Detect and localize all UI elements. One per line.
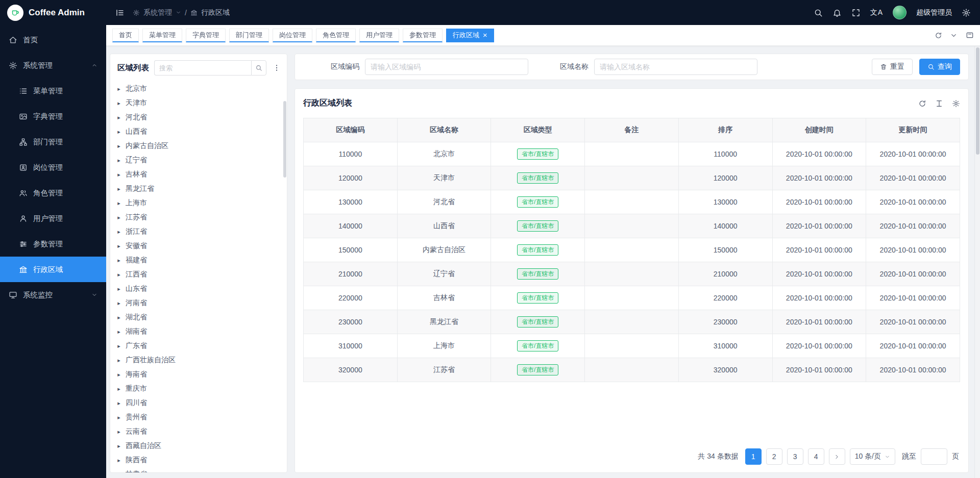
page-size-select[interactable]: 10 条/页 <box>850 448 895 465</box>
tree-item[interactable]: ▸ 湖南省 <box>116 324 283 339</box>
tree-item[interactable]: ▸ 重庆市 <box>116 382 283 396</box>
column-header[interactable]: 区域类型 <box>491 118 585 142</box>
tree-item[interactable]: ▸ 吉林省 <box>116 167 283 182</box>
caret-right-icon[interactable]: ▸ <box>116 243 121 249</box>
caret-right-icon[interactable]: ▸ <box>116 371 121 378</box>
caret-right-icon[interactable]: ▸ <box>116 400 121 407</box>
chevron-down-icon[interactable] <box>950 32 958 39</box>
caret-right-icon[interactable]: ▸ <box>116 143 121 149</box>
caret-right-icon[interactable]: ▸ <box>116 157 121 164</box>
breadcrumb-system[interactable]: 系统管理 <box>143 8 172 17</box>
caret-right-icon[interactable]: ▸ <box>116 457 121 464</box>
sidebar-item-monitor[interactable]: 系统监控 <box>0 282 106 308</box>
close-icon[interactable]: × <box>483 31 487 39</box>
tab[interactable]: 字典管理 × <box>186 29 226 42</box>
next-page-button[interactable] <box>829 448 845 465</box>
region-name-input[interactable] <box>594 59 757 75</box>
sidebar-item-user-mgmt[interactable]: 用户管理 <box>0 206 106 231</box>
caret-right-icon[interactable]: ▸ <box>116 186 121 192</box>
page-button[interactable]: 4 <box>808 448 824 465</box>
table-row[interactable]: 210000 辽宁省 省市/直辖市 210000 2020-10-01 00:0… <box>304 262 960 286</box>
caret-right-icon[interactable]: ▸ <box>116 443 121 449</box>
sidebar-item-menu-mgmt[interactable]: 菜单管理 <box>0 78 106 104</box>
refresh-icon[interactable] <box>935 32 942 39</box>
translate-icon[interactable]: 文A <box>870 8 883 17</box>
sidebar-item-param-mgmt[interactable]: 参数管理 <box>0 231 106 257</box>
tree-item[interactable]: ▸ 上海市 <box>116 196 283 210</box>
caret-right-icon[interactable]: ▸ <box>116 429 121 435</box>
tab[interactable]: 角色管理 × <box>316 29 356 42</box>
bell-icon[interactable] <box>832 8 842 17</box>
window-scrollbar-thumb[interactable] <box>976 47 979 155</box>
tab[interactable]: 菜单管理 × <box>142 29 182 42</box>
caret-right-icon[interactable]: ▸ <box>116 471 121 473</box>
page-button[interactable]: 3 <box>787 448 803 465</box>
user-name[interactable]: 超级管理员 <box>916 8 952 17</box>
tab[interactable]: 部门管理 × <box>229 29 269 42</box>
tab[interactable]: 用户管理 × <box>359 29 399 42</box>
column-header[interactable]: 创建时间 <box>772 118 866 142</box>
caret-right-icon[interactable]: ▸ <box>116 114 121 121</box>
caret-right-icon[interactable]: ▸ <box>116 171 121 178</box>
region-code-input[interactable] <box>365 59 528 75</box>
caret-right-icon[interactable]: ▸ <box>116 100 121 107</box>
tree-item[interactable]: ▸ 海南省 <box>116 367 283 382</box>
tree-item[interactable]: ▸ 甘肃省 <box>116 467 283 472</box>
tree-item[interactable]: ▸ 江苏省 <box>116 210 283 224</box>
table-row[interactable]: 140000 山西省 省市/直辖市 140000 2020-10-01 00:0… <box>304 214 960 238</box>
tree-scrollbar[interactable] <box>283 81 286 470</box>
caret-right-icon[interactable]: ▸ <box>116 229 121 235</box>
tree-item[interactable]: ▸ 天津市 <box>116 96 283 110</box>
column-header[interactable]: 区域名称 <box>397 118 491 142</box>
table-row[interactable]: 120000 天津市 省市/直辖市 120000 2020-10-01 00:0… <box>304 166 960 190</box>
tree-item[interactable]: ▸ 安徽省 <box>116 239 283 253</box>
page-button[interactable]: 2 <box>766 448 782 465</box>
caret-right-icon[interactable]: ▸ <box>116 386 121 392</box>
caret-right-icon[interactable]: ▸ <box>116 214 121 221</box>
tree-item[interactable]: ▸ 山东省 <box>116 282 283 296</box>
more-options-icon[interactable] <box>272 63 282 73</box>
tree-item[interactable]: ▸ 辽宁省 <box>116 153 283 167</box>
tree-item[interactable]: ▸ 北京市 <box>116 82 283 96</box>
jump-page-input[interactable] <box>921 448 947 465</box>
column-header[interactable]: 备注 <box>585 118 679 142</box>
reset-button[interactable]: 重置 <box>872 59 913 75</box>
refresh-icon[interactable] <box>918 99 926 108</box>
tree-item[interactable]: ▸ 河南省 <box>116 296 283 310</box>
sidebar-item-role-mgmt[interactable]: 角色管理 <box>0 180 106 206</box>
caret-right-icon[interactable]: ▸ <box>116 314 121 321</box>
caret-right-icon[interactable]: ▸ <box>116 286 121 292</box>
window-scrollbar[interactable] <box>974 46 980 478</box>
tree-item[interactable]: ▸ 内蒙古自治区 <box>116 139 283 153</box>
tree-scrollbar-thumb[interactable] <box>283 101 286 178</box>
tree-item[interactable]: ▸ 广西壮族自治区 <box>116 353 283 367</box>
page-button[interactable]: 1 <box>745 448 762 465</box>
tree-item[interactable]: ▸ 云南省 <box>116 424 283 439</box>
table-row[interactable]: 150000 内蒙古自治区 省市/直辖市 150000 2020-10-01 0… <box>304 238 960 262</box>
caret-right-icon[interactable]: ▸ <box>116 129 121 135</box>
table-row[interactable]: 110000 北京市 省市/直辖市 110000 2020-10-01 00:0… <box>304 142 960 166</box>
tab[interactable]: 行政区域 × <box>446 29 494 42</box>
search-icon[interactable] <box>814 8 823 17</box>
query-button[interactable]: 查询 <box>919 59 960 75</box>
sidebar-item-region[interactable]: 行政区域 <box>0 257 106 282</box>
tree-item[interactable]: ▸ 山西省 <box>116 124 283 139</box>
avatar[interactable] <box>893 6 906 19</box>
caret-right-icon[interactable]: ▸ <box>116 343 121 349</box>
caret-right-icon[interactable]: ▸ <box>116 357 121 364</box>
caret-right-icon[interactable]: ▸ <box>116 86 121 92</box>
column-header[interactable]: 区域编码 <box>304 118 398 142</box>
sidebar-item-post-mgmt[interactable]: 岗位管理 <box>0 155 106 180</box>
tree-item[interactable]: ▸ 四川省 <box>116 396 283 410</box>
collapse-sidebar-icon[interactable] <box>115 8 125 17</box>
export-icon[interactable] <box>935 99 943 108</box>
tree-item[interactable]: ▸ 贵州省 <box>116 410 283 424</box>
tree-item[interactable]: ▸ 西藏自治区 <box>116 439 283 453</box>
sidebar-item-dict-mgmt[interactable]: 字典管理 <box>0 104 106 129</box>
tree-item[interactable]: ▸ 湖北省 <box>116 310 283 324</box>
column-settings-icon[interactable] <box>952 99 960 108</box>
settings-gear-icon[interactable] <box>962 8 971 17</box>
tree-item[interactable]: ▸ 江西省 <box>116 267 283 282</box>
search-icon[interactable] <box>251 60 266 76</box>
tree-item[interactable]: ▸ 广东省 <box>116 339 283 353</box>
